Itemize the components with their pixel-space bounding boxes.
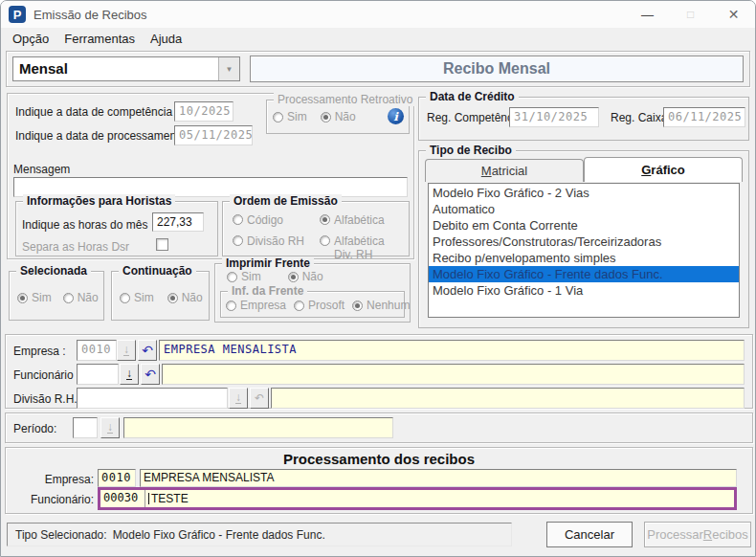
radio-label: Não bbox=[302, 270, 323, 283]
radio-label: Não bbox=[78, 291, 99, 304]
divisao-rh-lookup-button: ↓ bbox=[229, 388, 248, 409]
proc-empresa-name-field[interactable]: EMPRESA MENSALISTA bbox=[140, 469, 737, 487]
radio-icon bbox=[233, 214, 243, 225]
empresa-undo-button[interactable]: ↶ bbox=[138, 340, 157, 361]
arrow-down-icon: ↓ bbox=[107, 422, 113, 434]
periodo-name-field bbox=[123, 417, 393, 438]
list-item[interactable]: Modelo Fixo Gráfico - Frente dados Func. bbox=[429, 266, 739, 282]
ordem-emissao-radios: CódigoDivisão RHAlfabéticaAlfabética Div… bbox=[233, 213, 403, 261]
radio-icon bbox=[352, 301, 363, 311]
combo-value: Mensal bbox=[13, 57, 218, 80]
radio-label: Divisão RH bbox=[247, 234, 304, 248]
cancel-button[interactable]: Cancelar bbox=[546, 522, 633, 547]
radio-icon bbox=[288, 272, 299, 282]
tab-label: atricial bbox=[492, 164, 528, 178]
proc-empresa-label: Empresa: bbox=[6, 473, 94, 486]
header-panel: Mensal ▼ Recibo Mensal bbox=[6, 51, 750, 87]
radio-icon bbox=[320, 235, 330, 246]
proc-funcionario-name-field[interactable]: TESTE bbox=[145, 490, 734, 507]
arrow-down-icon: ↓ bbox=[126, 368, 132, 380]
reg-competencia-label: Reg. Competência bbox=[427, 111, 522, 124]
horistas-group: Informações para Horistas Indique as hor… bbox=[15, 201, 218, 256]
status-value: Modelo Fixo Gráfico - Frente dados Func. bbox=[113, 528, 325, 542]
undo-icon: ↶ bbox=[145, 367, 156, 382]
minimize-icon[interactable]: — bbox=[626, 1, 669, 28]
group-title: Data de Crédito bbox=[426, 90, 519, 103]
radio-icon bbox=[294, 301, 304, 311]
close-icon[interactable]: ✕ bbox=[712, 1, 755, 28]
group-title: Inf. da Frente bbox=[228, 284, 307, 298]
radio-label: Empresa bbox=[240, 299, 286, 312]
radio-label: Sim bbox=[134, 291, 154, 304]
chevron-down-icon[interactable]: ▼ bbox=[218, 57, 239, 80]
divisao-rh-code-input[interactable] bbox=[77, 388, 228, 409]
group-title: Selecionada bbox=[16, 264, 91, 278]
horas-mes-input[interactable]: 227,33 bbox=[152, 212, 204, 232]
menu-bar: OpçãoFerramentasAjuda bbox=[1, 28, 755, 49]
radio-label: Sim bbox=[32, 291, 52, 304]
processamento-title: Processamento dos recibos bbox=[6, 451, 752, 467]
radio-option: Não bbox=[321, 110, 356, 123]
radio-option: Nenhum bbox=[352, 299, 410, 312]
label-data-processamento: Indique a data de processamento bbox=[15, 129, 186, 143]
radio-label: Não bbox=[335, 110, 356, 123]
list-item[interactable]: Debito em Conta Corrente bbox=[429, 217, 739, 234]
radio-icon bbox=[226, 301, 236, 311]
competencia-panel: Indique a data de competência 10/2025 In… bbox=[7, 93, 414, 259]
empresa-label: Empresa : bbox=[13, 345, 66, 358]
funcionario-code-input[interactable] bbox=[77, 364, 119, 385]
menu-item[interactable]: Opção bbox=[12, 32, 49, 46]
tab-label: ráfico bbox=[651, 163, 684, 177]
radio-label: Código bbox=[247, 213, 283, 227]
reg-caixa-field: 06/11/2025 bbox=[663, 107, 745, 127]
radio-option: Código bbox=[233, 213, 316, 227]
data-credito-group: Data de Crédito Reg. Competência 31/10/2… bbox=[418, 97, 749, 141]
text-cursor bbox=[148, 493, 149, 504]
group-title: Continuação bbox=[119, 264, 196, 278]
ordem-emissao-group: Ordem de Emissão CódigoDivisão RHAlfabét… bbox=[222, 201, 410, 256]
proc-funcionario-row[interactable]: 00030 TESTE bbox=[98, 487, 737, 510]
radio-label: Nenhum bbox=[367, 299, 410, 312]
tipo-recibo-list[interactable]: Modelo Fixo Gráfico - 2 ViasAutomaticoDe… bbox=[428, 183, 740, 318]
funcionario-label: Funcionário : bbox=[13, 368, 79, 382]
radio-label: Sim bbox=[241, 270, 261, 283]
divisao-rh-undo-button: ↶ bbox=[250, 388, 269, 409]
mensagem-label: Mensagem bbox=[13, 163, 70, 176]
funcionario-lookup-button[interactable]: ↓ bbox=[120, 364, 139, 385]
radio-option: Não bbox=[63, 291, 99, 304]
radio-icon bbox=[120, 293, 130, 303]
tipo-folha-combo[interactable]: Mensal ▼ bbox=[12, 56, 240, 81]
funcionario-undo-button[interactable]: ↶ bbox=[141, 364, 160, 385]
imprimir-frente-group: Imprimir Frente SimNão Inf. da Frente Em… bbox=[214, 263, 411, 323]
processar-accel: R bbox=[703, 527, 712, 542]
radio-option: Empresa bbox=[226, 299, 286, 312]
menu-item[interactable]: Ajuda bbox=[150, 32, 182, 46]
radio-option: Sim bbox=[227, 270, 261, 283]
app-logo-icon: P bbox=[9, 6, 26, 23]
radio-label: Não bbox=[182, 291, 203, 304]
proc-empresa-code-field[interactable]: 0010 bbox=[98, 469, 136, 487]
tab[interactable]: Matricial bbox=[425, 159, 584, 182]
proc-funcionario-code-field[interactable]: 00030 bbox=[100, 490, 145, 507]
info-icon[interactable]: i bbox=[388, 108, 404, 124]
group-title: Informações para Horistas bbox=[23, 194, 175, 208]
empresa-name-field: EMPRESA MENSALISTA bbox=[159, 340, 745, 361]
list-item[interactable]: Modelo Fixo Gráfico - 1 Via bbox=[429, 282, 739, 299]
inf-da-frente-radios: EmpresaProsoftNenhum bbox=[226, 299, 410, 312]
arrow-down-icon: ↓ bbox=[235, 392, 241, 404]
radio-option: Prosoft bbox=[294, 299, 345, 312]
periodo-code-input[interactable] bbox=[73, 417, 98, 438]
radio-option: Não bbox=[167, 291, 203, 304]
list-item[interactable]: Modelo Fixo Gráfico - 2 Vias bbox=[429, 185, 739, 201]
list-item[interactable]: Automatico bbox=[429, 201, 739, 217]
status-bar: Tipo Selecionado: Modelo Fixo Gráfico - … bbox=[7, 523, 512, 546]
list-item[interactable]: Recibo p/envelopamento simples bbox=[429, 250, 739, 266]
radio-icon bbox=[233, 235, 243, 246]
tab[interactable]: Gráfico bbox=[584, 157, 743, 182]
group-title: Tipo de Recibo bbox=[426, 144, 516, 157]
list-item[interactable]: Professores/Construtoras/Terceirizadoras bbox=[429, 234, 739, 250]
menu-item[interactable]: Ferramentas bbox=[64, 32, 135, 46]
processamento-panel: Processamento dos recibos Empresa: 0010 … bbox=[5, 447, 753, 514]
periodo-label: Período: bbox=[13, 422, 56, 435]
title-bar: P Emissão de Recibos — □ ✕ bbox=[1, 1, 755, 28]
